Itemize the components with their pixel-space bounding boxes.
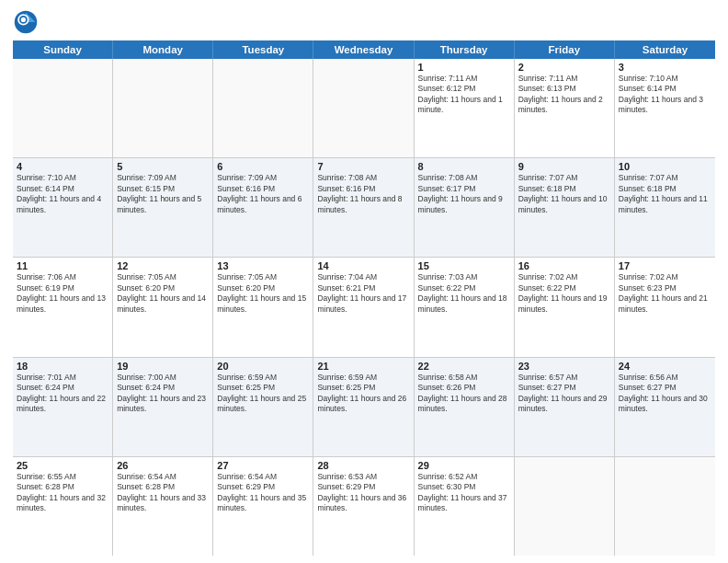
day-number: 27 — [217, 460, 309, 471]
calendar-day-4: 4Sunrise: 7:10 AM Sunset: 6:14 PM Daylig… — [13, 158, 113, 257]
day-info: Sunrise: 7:04 AM Sunset: 6:21 PM Dayligh… — [317, 272, 409, 315]
calendar-day-16: 16Sunrise: 7:02 AM Sunset: 6:22 PM Dayli… — [515, 258, 615, 356]
calendar-empty-cell — [313, 59, 414, 157]
day-number: 10 — [619, 161, 711, 172]
header-day-friday: Friday — [515, 40, 615, 59]
calendar-empty-cell — [515, 457, 615, 556]
day-info: Sunrise: 7:06 AM Sunset: 6:19 PM Dayligh… — [17, 272, 108, 315]
day-info: Sunrise: 7:08 AM Sunset: 6:16 PM Dayligh… — [317, 173, 409, 215]
day-info: Sunrise: 6:54 AM Sunset: 6:28 PM Dayligh… — [117, 472, 209, 514]
calendar-week-3: 11Sunrise: 7:06 AM Sunset: 6:19 PM Dayli… — [13, 258, 715, 357]
calendar-day-7: 7Sunrise: 7:08 AM Sunset: 6:16 PM Daylig… — [313, 158, 414, 257]
day-info: Sunrise: 7:03 AM Sunset: 6:22 PM Dayligh… — [418, 272, 510, 315]
day-number: 6 — [217, 161, 309, 172]
header-day-wednesday: Wednesday — [313, 40, 414, 59]
day-info: Sunrise: 6:52 AM Sunset: 6:30 PM Dayligh… — [418, 472, 510, 514]
header-day-tuesday: Tuesday — [213, 40, 313, 59]
day-info: Sunrise: 7:05 AM Sunset: 6:20 PM Dayligh… — [117, 272, 209, 315]
header-day-sunday: Sunday — [13, 40, 113, 59]
day-number: 14 — [317, 260, 409, 271]
day-number: 26 — [117, 460, 209, 471]
calendar-empty-cell — [615, 457, 715, 556]
calendar-day-1: 1Sunrise: 7:11 AM Sunset: 6:12 PM Daylig… — [415, 59, 515, 157]
header-day-saturday: Saturday — [615, 40, 715, 59]
day-number: 20 — [217, 361, 309, 372]
day-number: 5 — [117, 161, 209, 172]
calendar-empty-cell — [13, 59, 113, 157]
calendar-day-20: 20Sunrise: 6:59 AM Sunset: 6:25 PM Dayli… — [213, 358, 313, 456]
calendar-day-29: 29Sunrise: 6:52 AM Sunset: 6:30 PM Dayli… — [415, 457, 515, 556]
day-info: Sunrise: 6:59 AM Sunset: 6:25 PM Dayligh… — [217, 373, 309, 415]
calendar-day-14: 14Sunrise: 7:04 AM Sunset: 6:21 PM Dayli… — [313, 258, 414, 356]
day-info: Sunrise: 7:09 AM Sunset: 6:15 PM Dayligh… — [117, 173, 209, 215]
day-info: Sunrise: 7:05 AM Sunset: 6:20 PM Dayligh… — [217, 272, 309, 315]
day-number: 25 — [17, 460, 108, 471]
day-number: 13 — [217, 260, 309, 271]
calendar-day-11: 11Sunrise: 7:06 AM Sunset: 6:19 PM Dayli… — [13, 258, 113, 356]
day-info: Sunrise: 7:11 AM Sunset: 6:12 PM Dayligh… — [418, 74, 510, 116]
day-number: 16 — [518, 260, 610, 271]
day-number: 2 — [518, 62, 610, 73]
calendar-day-27: 27Sunrise: 6:54 AM Sunset: 6:29 PM Dayli… — [213, 457, 313, 556]
day-number: 3 — [619, 62, 711, 73]
calendar-week-1: 1Sunrise: 7:11 AM Sunset: 6:12 PM Daylig… — [13, 59, 715, 158]
calendar-week-2: 4Sunrise: 7:10 AM Sunset: 6:14 PM Daylig… — [13, 158, 715, 258]
day-number: 4 — [17, 161, 108, 172]
header-day-thursday: Thursday — [415, 40, 515, 59]
day-info: Sunrise: 7:00 AM Sunset: 6:24 PM Dayligh… — [117, 373, 209, 415]
day-number: 29 — [418, 460, 510, 471]
calendar-day-26: 26Sunrise: 6:54 AM Sunset: 6:28 PM Dayli… — [113, 457, 213, 556]
day-info: Sunrise: 7:07 AM Sunset: 6:18 PM Dayligh… — [518, 173, 610, 215]
header — [13, 9, 715, 35]
day-number: 7 — [317, 161, 409, 172]
day-info: Sunrise: 6:56 AM Sunset: 6:27 PM Dayligh… — [619, 373, 711, 415]
calendar-day-24: 24Sunrise: 6:56 AM Sunset: 6:27 PM Dayli… — [615, 358, 715, 456]
calendar-day-21: 21Sunrise: 6:59 AM Sunset: 6:25 PM Dayli… — [313, 358, 414, 456]
calendar-day-12: 12Sunrise: 7:05 AM Sunset: 6:20 PM Dayli… — [113, 258, 213, 356]
day-info: Sunrise: 7:10 AM Sunset: 6:14 PM Dayligh… — [17, 173, 108, 215]
svg-point-4 — [21, 17, 26, 22]
day-number: 15 — [418, 260, 510, 271]
logo — [13, 9, 42, 35]
day-info: Sunrise: 7:11 AM Sunset: 6:13 PM Dayligh… — [518, 74, 610, 116]
day-number: 11 — [17, 260, 108, 271]
day-info: Sunrise: 7:02 AM Sunset: 6:22 PM Dayligh… — [518, 272, 610, 315]
calendar-empty-cell — [213, 59, 313, 157]
calendar-day-5: 5Sunrise: 7:09 AM Sunset: 6:15 PM Daylig… — [113, 158, 213, 257]
header-day-monday: Monday — [113, 40, 213, 59]
day-number: 17 — [619, 260, 711, 271]
day-info: Sunrise: 7:01 AM Sunset: 6:24 PM Dayligh… — [17, 373, 108, 415]
calendar-day-8: 8Sunrise: 7:08 AM Sunset: 6:17 PM Daylig… — [415, 158, 515, 257]
day-number: 23 — [518, 361, 610, 372]
day-info: Sunrise: 6:54 AM Sunset: 6:29 PM Dayligh… — [217, 472, 309, 514]
calendar-body: 1Sunrise: 7:11 AM Sunset: 6:12 PM Daylig… — [13, 59, 715, 556]
calendar-week-5: 25Sunrise: 6:55 AM Sunset: 6:28 PM Dayli… — [13, 457, 715, 556]
day-info: Sunrise: 6:55 AM Sunset: 6:28 PM Dayligh… — [17, 472, 108, 514]
calendar-day-18: 18Sunrise: 7:01 AM Sunset: 6:24 PM Dayli… — [13, 358, 113, 456]
calendar-day-2: 2Sunrise: 7:11 AM Sunset: 6:13 PM Daylig… — [515, 59, 615, 157]
calendar-day-6: 6Sunrise: 7:09 AM Sunset: 6:16 PM Daylig… — [213, 158, 313, 257]
calendar-week-4: 18Sunrise: 7:01 AM Sunset: 6:24 PM Dayli… — [13, 358, 715, 457]
calendar-day-17: 17Sunrise: 7:02 AM Sunset: 6:23 PM Dayli… — [615, 258, 715, 356]
logo-icon — [13, 9, 39, 35]
day-number: 1 — [418, 62, 510, 73]
calendar-day-13: 13Sunrise: 7:05 AM Sunset: 6:20 PM Dayli… — [213, 258, 313, 356]
day-number: 12 — [117, 260, 209, 271]
day-number: 9 — [518, 161, 610, 172]
day-number: 28 — [317, 460, 409, 471]
calendar-day-15: 15Sunrise: 7:03 AM Sunset: 6:22 PM Dayli… — [415, 258, 515, 356]
day-info: Sunrise: 7:02 AM Sunset: 6:23 PM Dayligh… — [619, 272, 711, 315]
calendar-page: SundayMondayTuesdayWednesdayThursdayFrid… — [0, 0, 728, 563]
calendar-header: SundayMondayTuesdayWednesdayThursdayFrid… — [13, 40, 715, 59]
day-number: 24 — [619, 361, 711, 372]
day-info: Sunrise: 6:58 AM Sunset: 6:26 PM Dayligh… — [418, 373, 510, 415]
day-number: 21 — [317, 361, 409, 372]
day-info: Sunrise: 7:07 AM Sunset: 6:18 PM Dayligh… — [619, 173, 711, 215]
day-number: 19 — [117, 361, 209, 372]
day-info: Sunrise: 7:08 AM Sunset: 6:17 PM Dayligh… — [418, 173, 510, 215]
day-info: Sunrise: 7:09 AM Sunset: 6:16 PM Dayligh… — [217, 173, 309, 215]
day-info: Sunrise: 6:53 AM Sunset: 6:29 PM Dayligh… — [317, 472, 409, 514]
day-number: 22 — [418, 361, 510, 372]
calendar-day-19: 19Sunrise: 7:00 AM Sunset: 6:24 PM Dayli… — [113, 358, 213, 456]
day-info: Sunrise: 6:57 AM Sunset: 6:27 PM Dayligh… — [518, 373, 610, 415]
